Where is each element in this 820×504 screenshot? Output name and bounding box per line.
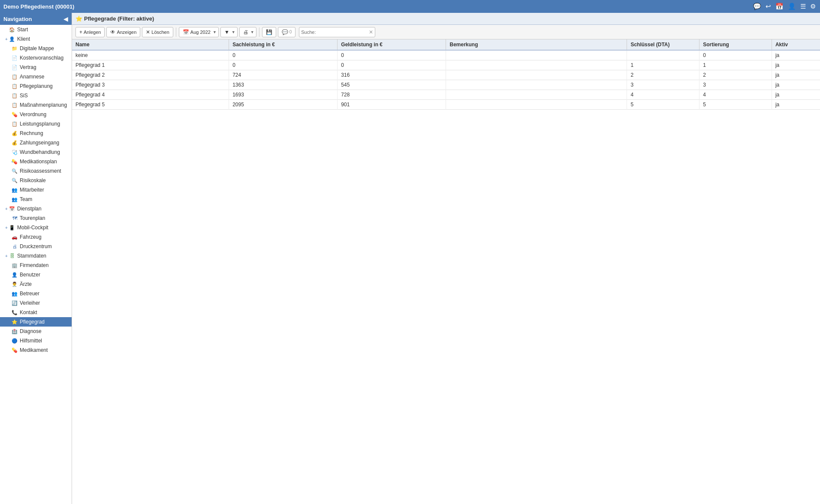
app-title-text: Demo Pflegedienst (00001) [3, 3, 74, 10]
sidebar-item-kostenvoranschlag[interactable]: 📄 Kostenvoranschlag [0, 53, 72, 63]
label-verordnung: Verordnung [20, 111, 46, 117]
sidebar-item-stammdaten[interactable]: + 🗄 Stammdaten [0, 251, 72, 261]
table-row[interactable]: keine 0 0 0 ja [72, 50, 820, 60]
label-stammdaten: Stammdaten [17, 253, 46, 259]
cell-name-4: Pflegegrad 4 [72, 90, 229, 100]
label-digitale-mappe: Digitale Mappe [20, 45, 54, 51]
sidebar-item-diagnose[interactable]: 🏥 Diagnose [0, 327, 72, 336]
icon-anamnese: 📋 [11, 73, 18, 80]
sidebar-item-risikoassessment[interactable]: 🔍 Risikoassessment [0, 166, 72, 176]
label-team: Team [20, 196, 32, 202]
label-druckzentrum: Druckzentrum [20, 243, 52, 249]
sidebar-item-verordnung[interactable]: 💊 Verordnung [0, 110, 72, 119]
search-clear-icon[interactable]: ✕ [369, 29, 373, 35]
sidebar-item-medikament[interactable]: 💊 Medikament [0, 345, 72, 355]
cell-schluessel-3: 3 [627, 80, 699, 90]
sidebar-item-pflegeplanung[interactable]: 📋 Pflegeplanung [0, 81, 72, 91]
sidebar-item-verleiher[interactable]: 🔄 Verleiher [0, 298, 72, 308]
settings-icon[interactable]: ⚙ [810, 3, 816, 10]
table-row[interactable]: Pflegegrad 2 724 316 2 2 ja [72, 70, 820, 80]
sidebar-item-dienstplan[interactable]: + 📅 Dienstplan [0, 204, 72, 213]
date-picker-button[interactable]: 📅 Aug 2022 ▼ [179, 27, 219, 37]
anlegen-button[interactable]: + Anlegen [75, 27, 105, 37]
cell-name-2: Pflegegrad 2 [72, 70, 229, 80]
label-risikoassessment: Risikoassessment [20, 168, 61, 174]
sidebar-item-mobil-cockpit[interactable]: + 📱 Mobil-Cockpit [0, 223, 72, 232]
icon-druckzentrum: 🖨 [11, 243, 18, 250]
sidebar-item-betreuer[interactable]: 👥 Betreuer [0, 289, 72, 298]
sidebar-item-kontakt[interactable]: 📞 Kontakt [0, 308, 72, 317]
user-icon[interactable]: 👤 [788, 3, 796, 10]
icon-wundbehandlung: 🩺 [11, 149, 18, 156]
sidebar-item-anamnese[interactable]: 📋 Anamnese [0, 72, 72, 81]
undo-icon[interactable]: ↩ [766, 3, 771, 10]
print-button[interactable]: 🖨 ▼ [239, 27, 256, 37]
icon-aerzte: 👨‍⚕️ [11, 281, 18, 288]
sidebar-item-leistungsplanung[interactable]: 📋 Leistungsplanung [0, 119, 72, 129]
app-title: Demo Pflegedienst (00001) [0, 3, 74, 10]
cell-bemerkung-4 [446, 90, 627, 100]
table-row[interactable]: Pflegegrad 3 1363 545 3 3 ja [72, 80, 820, 90]
sidebar-nav-header: Navigation ◀ [0, 13, 72, 25]
col-header-sortierung: Sortierung [699, 39, 772, 50]
cell-sachleistung-2: 724 [229, 70, 338, 80]
label-vertrag: Vertrag [20, 64, 36, 70]
expand-icon-dienstplan: + [3, 207, 9, 211]
sidebar-item-rechnung[interactable]: 💰 Rechnung [0, 129, 72, 138]
sidebar-item-hilfsmittel[interactable]: 🔵 Hilfsmittel [0, 336, 72, 345]
icon-klient: 👤 [9, 36, 15, 42]
sidebar-item-firmendaten[interactable]: 🏢 Firmendaten [0, 261, 72, 270]
sidebar-item-aerzte[interactable]: 👨‍⚕️ Ärzte [0, 279, 72, 289]
loeschen-label: Löschen [151, 30, 169, 35]
table-row[interactable]: Pflegegrad 1 0 0 1 1 ja [72, 60, 820, 70]
calendar-btn-icon: 📅 [183, 29, 189, 35]
sidebar-item-pflegegrad[interactable]: ⭐ Pflegegrad [0, 317, 72, 327]
print-dropdown-arrow: ▼ [250, 30, 254, 34]
sidebar-item-mitarbeiter[interactable]: 👥 Mitarbeiter [0, 185, 72, 195]
sidebar-item-zahlungseingang[interactable]: 💰 Zahlungseingang [0, 138, 72, 147]
sidebar-item-sis[interactable]: 📋 SiS [0, 91, 72, 100]
message-button[interactable]: 💬 0 [278, 27, 296, 37]
sidebar-item-risikoskale[interactable]: 🔍 Risikoskale [0, 176, 72, 185]
sidebar-item-wundbehandlung[interactable]: 🩺 Wundbehandlung [0, 147, 72, 157]
sidebar-item-digitale-mappe[interactable]: 📁 Digitale Mappe [0, 44, 72, 53]
table-row[interactable]: Pflegegrad 4 1693 728 4 4 ja [72, 90, 820, 100]
sidebar-item-klient[interactable]: + 👤 Klient [0, 34, 72, 44]
cell-bemerkung-5 [446, 100, 627, 110]
icon-pflegegrad: ⭐ [11, 318, 18, 325]
label-rechnung: Rechnung [20, 130, 43, 136]
sidebar-item-tourenplan[interactable]: 🗺 Tourenplan [0, 213, 72, 223]
sidebar-item-medikationsplan[interactable]: + 💊 Medikationsplan [0, 157, 72, 166]
sidebar-item-vertrag[interactable]: 📄 Vertrag [0, 63, 72, 72]
cell-aktiv-2: ja [772, 70, 820, 80]
anzeigen-button[interactable]: 👁 Anzeigen [106, 27, 140, 37]
sidebar-item-team[interactable]: 👥 Team [0, 195, 72, 204]
col-header-geldleistung: Geldleistung in € [338, 39, 446, 50]
loeschen-button[interactable]: ✕ Löschen [142, 27, 173, 37]
col-header-sachleistung: Sachleistung in € [229, 39, 338, 50]
sidebar-item-druckzentrum[interactable]: 🖨 Druckzentrum [0, 242, 72, 251]
sidebar-item-benutzer[interactable]: 👤 Benutzer [0, 270, 72, 279]
label-mobil-cockpit: Mobil-Cockpit [17, 225, 48, 231]
table-row[interactable]: Pflegegrad 5 2095 901 5 5 ja [72, 100, 820, 110]
export-button[interactable]: 💾 [262, 27, 276, 37]
sidebar: Navigation ◀ 🏠 Start + 👤 Klient 📁 Digita… [0, 13, 72, 504]
menu-icon[interactable]: ☰ [800, 3, 806, 10]
label-start: Start [17, 27, 28, 33]
icon-team: 👥 [11, 196, 18, 203]
expand-icon-mobil-cockpit: + [3, 225, 9, 230]
sidebar-item-fahrzeug[interactable]: 🚗 Fahrzeug [0, 232, 72, 242]
filter-button[interactable]: ▼ ▼ [220, 27, 238, 37]
sidebar-item-massnahmenplanung[interactable]: 📋 Maßnahmenplanung [0, 100, 72, 110]
search-input[interactable] [317, 30, 369, 35]
cell-sortierung-1: 1 [699, 60, 772, 70]
print-icon: 🖨 [243, 29, 248, 35]
delete-icon: ✕ [146, 29, 150, 35]
icon-verleiher: 🔄 [11, 300, 18, 306]
icon-pflegeplanung: 📋 [11, 83, 18, 90]
sidebar-collapse-btn[interactable]: ◀ [63, 15, 68, 22]
calendar-icon[interactable]: 📅 [775, 3, 784, 10]
label-anamnese: Anamnese [20, 74, 44, 80]
sidebar-item-start[interactable]: 🏠 Start [0, 25, 72, 34]
chat-icon[interactable]: 💬 [753, 3, 761, 10]
